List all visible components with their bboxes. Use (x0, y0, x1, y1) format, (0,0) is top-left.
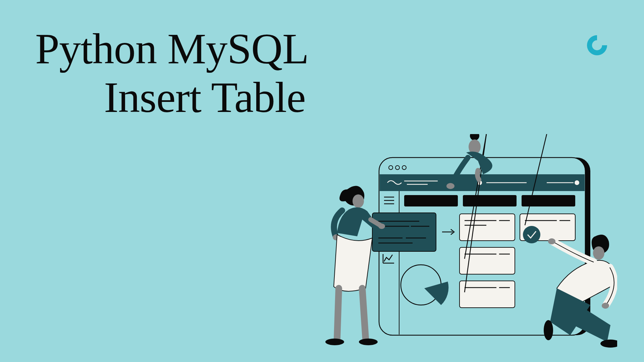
brand-logo-icon (585, 34, 609, 58)
svg-point-57 (548, 238, 555, 244)
svg-point-59 (544, 320, 553, 340)
svg-point-54 (325, 339, 344, 345)
svg-rect-22 (372, 213, 436, 251)
svg-point-38 (523, 226, 540, 243)
title-line-1: Python MySQL (35, 23, 309, 74)
svg-rect-19 (404, 195, 458, 206)
svg-rect-20 (463, 195, 517, 206)
svg-point-11 (575, 180, 579, 185)
svg-point-52 (378, 224, 385, 229)
svg-point-50 (446, 183, 454, 189)
svg-rect-30 (460, 214, 515, 241)
svg-point-56 (593, 246, 604, 260)
title-line-2: Insert Table (104, 72, 306, 122)
svg-point-51 (353, 194, 364, 208)
svg-point-60 (600, 340, 617, 348)
svg-point-55 (359, 339, 378, 345)
svg-rect-43 (460, 281, 515, 308)
dashboard-illustration (309, 134, 617, 362)
svg-point-58 (602, 303, 609, 309)
